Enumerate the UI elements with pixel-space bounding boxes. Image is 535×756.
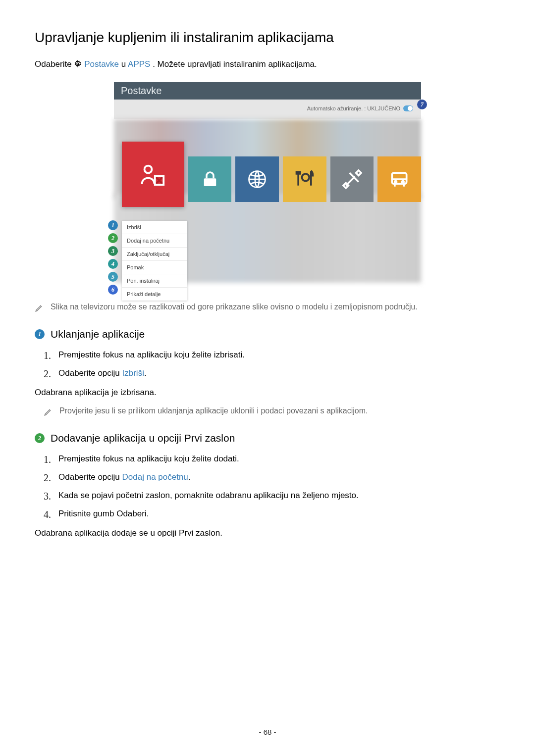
app-tile-globe[interactable] — [235, 156, 279, 202]
section-1-result: Odabrana aplikacija je izbrisana. — [35, 388, 500, 398]
pencil-icon — [35, 303, 44, 314]
s2-step1: Premjestite fokus na aplikaciju koju žel… — [58, 454, 239, 465]
page-number: - 68 - — [0, 728, 535, 736]
lock-icon — [200, 169, 220, 190]
section-2-result: Odabrana aplikacija dodaje se u opciji P… — [35, 528, 500, 538]
section-2-badge: 2 — [35, 433, 45, 443]
auto-update-label: Automatsko ažuriranje. : UKLJUČENO — [307, 105, 400, 111]
list-item: 2. Odaberite opciju Dodaj na početnu. — [44, 472, 500, 484]
callout-2: 2 — [108, 233, 118, 243]
section-1-note-text: Provjerite jesu li se prilikom uklanjanj… — [59, 406, 368, 415]
app-tile-food[interactable] — [283, 156, 326, 202]
s1-step2-pre: Odaberite opciju — [58, 368, 122, 378]
section-1-title: Uklanjanje aplikacije — [51, 328, 145, 340]
s1-step1: Premjestite fokus na aplikaciju koju žel… — [58, 350, 245, 361]
globe-icon — [246, 168, 268, 190]
svg-rect-3 — [204, 178, 216, 186]
s2-step3: Kada se pojavi početni zaslon, pomaknite… — [58, 491, 359, 502]
callout-3: 3 — [108, 246, 118, 256]
section-2-steps: 1.Premjestite fokus na aplikaciju koju ž… — [35, 454, 500, 520]
link-apps: APPS — [128, 59, 150, 69]
fork-plate-knife-icon — [294, 168, 316, 190]
callout-7: 7 — [417, 100, 427, 109]
section-2-head: 2 Dodavanje aplikacija u opciji Prvi zas… — [35, 432, 500, 444]
pencil-icon — [44, 407, 53, 418]
ctx-item-details[interactable]: Prikaži detalje — [122, 288, 187, 301]
callout-5: 5 — [108, 272, 118, 282]
svg-rect-7 — [356, 170, 361, 175]
intro-mid: u — [121, 59, 128, 69]
list-item: 1.Premjestite fokus na aplikaciju koju ž… — [44, 454, 500, 465]
app-tile-bus[interactable] — [377, 156, 421, 202]
list-item: 3.Kada se pojavi početni zaslon, pomakni… — [44, 491, 500, 502]
section-1-steps: 1.Premjestite fokus na aplikaciju koju ž… — [35, 350, 500, 380]
ctx-item-move[interactable]: Pomak — [122, 261, 187, 274]
s2-step2-pre: Odaberite opciju — [58, 472, 122, 482]
section-1-head: 1 Uklanjanje aplikacije — [35, 328, 500, 340]
link-postavke: Postavke — [84, 59, 119, 69]
bus-icon — [388, 168, 410, 190]
ctx-item-lock[interactable]: Zaključaj/otključaj — [122, 248, 187, 261]
screenshot-panel: Postavke Automatsko ažuriranje. : UKLJUČ… — [114, 82, 421, 283]
app-tile-row — [122, 156, 421, 206]
s2-step4: Pritisnite gumb Odaberi. — [58, 509, 149, 520]
intro-post: . Možete upravljati instaliranim aplikac… — [153, 59, 317, 69]
context-menu: Izbriši Dodaj na početnu Zaključaj/otklj… — [122, 221, 187, 301]
callout-4: 4 — [108, 259, 118, 269]
section-1-badge: 1 — [35, 329, 45, 339]
svg-point-10 — [402, 181, 404, 183]
ctx-item-reinstall[interactable]: Pon. instaliraj — [122, 274, 187, 288]
s1-step2-link: Izbriši — [122, 368, 144, 378]
s2-step2-post: . — [188, 472, 191, 482]
list-item: 1.Premjestite fokus na aplikaciju koju ž… — [44, 350, 500, 361]
screenshot-title: Postavke — [114, 82, 421, 100]
note-1: Slika na televizoru može se razlikovati … — [35, 302, 500, 314]
context-callouts: 1 2 3 4 5 6 — [108, 220, 118, 298]
auto-update-toggle[interactable] — [403, 105, 413, 111]
tools-icon — [341, 168, 363, 190]
callout-1: 1 — [108, 220, 118, 230]
page-title: Upravljanje kupljenim ili instaliranim a… — [35, 30, 500, 46]
section-1-note: Provjerite jesu li se prilikom uklanjanj… — [35, 406, 500, 418]
app-tile-tools[interactable] — [330, 156, 374, 202]
section-2-title: Dodavanje aplikacija u opciji Prvi zaslo… — [51, 432, 235, 444]
note-1-text: Slika na televizoru može se razlikovati … — [51, 302, 418, 311]
intro-pre: Odaberite — [35, 59, 74, 69]
screenshot-top-bar: Automatsko ažuriranje. : UKLJUČENO — [114, 100, 421, 119]
ctx-item-delete[interactable]: Izbriši — [122, 221, 187, 234]
svg-rect-6 — [343, 183, 348, 188]
ctx-item-add-home[interactable]: Dodaj na početnu — [122, 234, 187, 248]
list-item: 4.Pritisnite gumb Odaberi. — [44, 509, 500, 520]
intro-paragraph: Odaberite Postavke u APPS . Možete uprav… — [35, 59, 500, 70]
app-tile-lock[interactable] — [188, 156, 232, 202]
app-tile-selected[interactable] — [122, 142, 184, 207]
s1-step2-post: . — [144, 368, 147, 378]
svg-point-1 — [144, 166, 152, 173]
callout-6: 6 — [108, 285, 118, 295]
s2-step2-link: Dodaj na početnu — [122, 472, 188, 482]
svg-point-5 — [302, 174, 309, 181]
gear-icon — [74, 60, 82, 70]
svg-point-0 — [77, 63, 79, 65]
list-item: 2. Odaberite opciju Izbriši. — [44, 368, 500, 380]
svg-point-9 — [395, 181, 397, 183]
